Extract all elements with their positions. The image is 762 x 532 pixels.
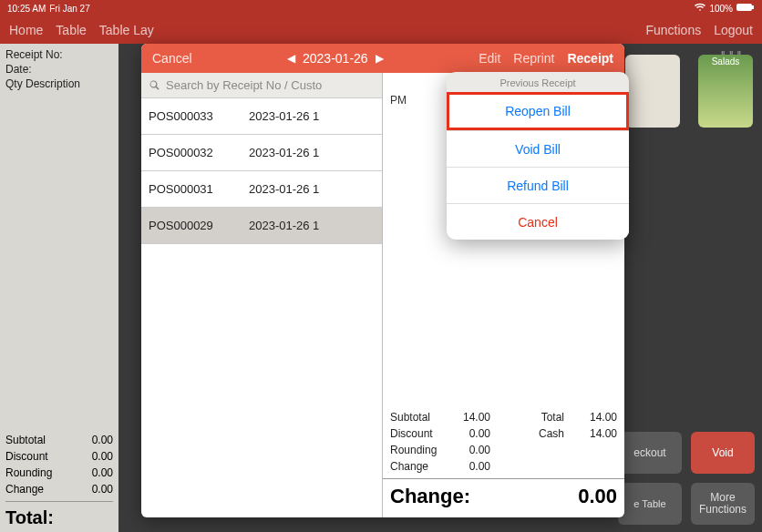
popover-cancel[interactable]: Cancel [447, 203, 629, 240]
more-functions-button[interactable]: More Functions [691, 483, 755, 525]
change-label: Change [5, 483, 44, 496]
d-cash-v: 14.00 [572, 427, 617, 440]
receipt-no: POS000031 [149, 182, 249, 196]
popover-void-bill[interactable]: Void Bill [447, 130, 629, 167]
d-total-v: 14.00 [572, 411, 617, 424]
nav-table[interactable]: Table [56, 23, 86, 37]
search-icon [149, 79, 160, 91]
d-disc-v: 0.00 [445, 427, 490, 440]
popover-title: Previous Receipt [447, 72, 629, 92]
d-chg-l: Change [390, 460, 445, 473]
date-next-icon[interactable]: ▶ [376, 52, 384, 65]
svg-rect-1 [752, 5, 754, 9]
d-round-l: Rounding [390, 444, 445, 456]
nav-home[interactable]: Home [9, 23, 43, 37]
change-big-value: 0.00 [578, 485, 617, 508]
date-prev-icon[interactable]: ◀ [287, 52, 295, 65]
nav-logout[interactable]: Logout [714, 23, 753, 37]
subtotal-value: 0.00 [92, 434, 113, 446]
receipt-no: POS000029 [149, 219, 249, 232]
tab-receipt[interactable]: Receipt [567, 51, 613, 66]
d-round-v: 0.00 [445, 444, 490, 456]
receipt-row[interactable]: POS000033 2023-01-26 1 [141, 98, 382, 135]
change-table-button[interactable]: e Table [618, 483, 682, 525]
tab-edit[interactable]: Edit [479, 51, 500, 66]
receipt-no: POS000032 [149, 146, 249, 159]
d-disc-l: Discount [390, 427, 445, 440]
receipt-row[interactable]: POS000032 2023-01-26 1 [141, 135, 382, 171]
receipt-date: 2023-01-26 1 [249, 219, 319, 232]
checkout-button[interactable]: eckout [618, 432, 682, 474]
receipt-row[interactable]: POS000029 2023-01-26 1 [141, 208, 382, 244]
d-cash-l: Cash [490, 427, 572, 440]
search-input[interactable]: Search by Receipt No / Custo [141, 73, 382, 98]
tile-salads-label: Salads [712, 56, 740, 66]
status-bar: 10:25 AM Fri Jan 27 100% [0, 0, 762, 16]
top-nav: Home Table Table Lay Functions Logout [0, 16, 762, 44]
nav-functions[interactable]: Functions [645, 23, 701, 37]
modal-header: Cancel ◀ 2023-01-26 ▶ Edit Reprint Recei… [141, 44, 624, 73]
receipt-no: POS000033 [149, 109, 249, 123]
void-button[interactable]: Void [691, 432, 755, 474]
change-value: 0.00 [92, 483, 113, 496]
d-sub-l: Subtotal [390, 411, 445, 424]
discount-value: 0.00 [92, 450, 113, 463]
svg-rect-0 [736, 4, 752, 11]
discount-label: Discount [5, 450, 48, 463]
detail-time: PM [390, 94, 407, 107]
qty-desc-header: Qty Description [5, 77, 113, 91]
receipt-date-label: Date: [5, 62, 113, 77]
category-tile-soup[interactable] [625, 55, 680, 128]
receipt-date: 2023-01-26 1 [249, 146, 319, 159]
category-tile-salads[interactable]: Salads [698, 55, 753, 128]
receipt-list-column: Search by Receipt No / Custo POS000033 2… [141, 73, 383, 517]
receipt-date: 2023-01-26 1 [249, 182, 319, 196]
rounding-value: 0.00 [92, 466, 113, 479]
subtotal-label: Subtotal [5, 434, 46, 446]
popover-reopen-bill[interactable]: Reopen Bill [447, 92, 629, 130]
total-label: Total: [5, 501, 113, 528]
status-day: Fri Jan 27 [49, 4, 89, 14]
edit-popover: Previous Receipt Reopen Bill Void Bill R… [447, 72, 629, 240]
popover-refund-bill[interactable]: Refund Bill [447, 167, 629, 203]
tab-reprint[interactable]: Reprint [513, 51, 554, 66]
left-receipt-panel: Receipt No: Date: Qty Description Subtot… [0, 44, 118, 532]
d-sub-v: 14.00 [445, 411, 490, 424]
receipt-date: 2023-01-26 1 [249, 109, 319, 123]
modal-cancel-button[interactable]: Cancel [152, 51, 192, 66]
battery-icon [736, 3, 755, 14]
receipt-no-label: Receipt No: [5, 47, 113, 62]
search-placeholder: Search by Receipt No / Custo [166, 78, 322, 92]
status-time: 10:25 AM [7, 4, 46, 14]
d-chg-v: 0.00 [445, 460, 490, 473]
wifi-icon [695, 3, 705, 14]
rounding-label: Rounding [5, 466, 52, 479]
nav-layout[interactable]: Table Lay [99, 23, 154, 37]
modal-date[interactable]: 2023-01-26 [303, 51, 368, 66]
change-big-label: Change: [390, 485, 470, 508]
status-battery-pct: 100% [709, 4, 733, 14]
receipt-row[interactable]: POS000031 2023-01-26 1 [141, 171, 382, 208]
d-total-l: Total [490, 411, 572, 424]
